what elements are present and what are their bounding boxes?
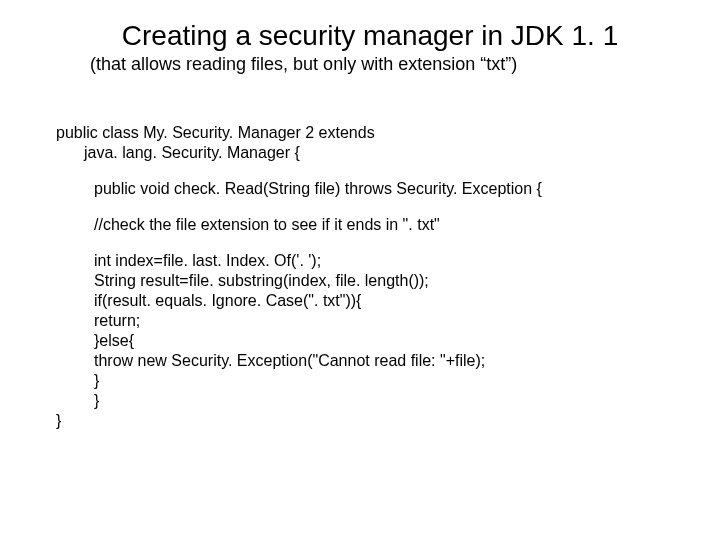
code-block: public class My. Security. Manager 2 ext…: [50, 123, 670, 431]
code-line: public void check. Read(String file) thr…: [56, 179, 670, 199]
page-subtitle: (that allows reading files, but only wit…: [50, 54, 670, 75]
code-line: }: [56, 411, 670, 431]
code-line: }else{: [56, 331, 670, 351]
code-line: throw new Security. Exception("Cannot re…: [56, 351, 670, 371]
page-title: Creating a security manager in JDK 1. 1: [50, 20, 670, 52]
slide: Creating a security manager in JDK 1. 1 …: [0, 0, 720, 451]
code-line: if(result. equals. Ignore. Case(". txt")…: [56, 291, 670, 311]
code-line: return;: [56, 311, 670, 331]
code-line: int index=file. last. Index. Of('. ');: [56, 251, 670, 271]
code-line: }: [56, 391, 670, 411]
code-line: java. lang. Security. Manager {: [56, 143, 670, 163]
code-line: //check the file extension to see if it …: [56, 215, 670, 235]
code-line: String result=file. substring(index, fil…: [56, 271, 670, 291]
code-line: public class My. Security. Manager 2 ext…: [56, 123, 670, 143]
code-line: }: [56, 371, 670, 391]
